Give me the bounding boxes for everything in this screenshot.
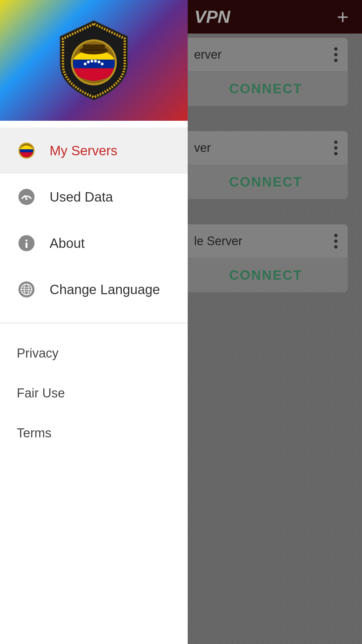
svg-point-9 [101, 63, 104, 65]
navigation-drawer: My Servers Used Data [0, 0, 188, 644]
svg-point-22 [25, 239, 27, 241]
svg-point-5 [87, 61, 89, 63]
drawer-menu: My Servers Used Data [0, 121, 188, 319]
info-icon [17, 233, 36, 253]
svg-rect-23 [25, 243, 27, 248]
sidebar-item-about[interactable]: About [0, 220, 188, 266]
legal-links-section: Privacy Fair Use Terms [0, 327, 188, 460]
svg-point-7 [94, 60, 97, 62]
svg-rect-11 [83, 45, 105, 51]
server-icon [17, 141, 36, 160]
sidebar-item-change-language[interactable]: Change Language [0, 266, 188, 313]
drawer-header [0, 0, 188, 121]
sidebar-item-my-servers[interactable]: My Servers [0, 127, 188, 174]
svg-point-4 [84, 63, 86, 65]
fair-use-link[interactable]: Fair Use [17, 373, 171, 413]
privacy-link[interactable]: Privacy [17, 333, 171, 373]
app-logo [54, 17, 134, 104]
globe-icon [17, 280, 36, 299]
sidebar-item-label-change-language: Change Language [50, 282, 160, 297]
data-icon [17, 187, 36, 207]
sidebar-item-label-my-servers: My Servers [50, 143, 117, 158]
sidebar-item-label-used-data: Used Data [50, 190, 113, 205]
drawer-divider [0, 323, 188, 323]
sidebar-item-used-data[interactable]: Used Data [0, 174, 188, 220]
svg-rect-16 [20, 149, 33, 152]
terms-link[interactable]: Terms [17, 413, 171, 453]
svg-point-18 [18, 189, 35, 205]
sidebar-item-label-about: About [50, 236, 85, 251]
svg-point-8 [98, 61, 100, 63]
svg-point-6 [90, 60, 93, 62]
svg-point-20 [25, 198, 27, 200]
svg-rect-2 [73, 60, 115, 68]
